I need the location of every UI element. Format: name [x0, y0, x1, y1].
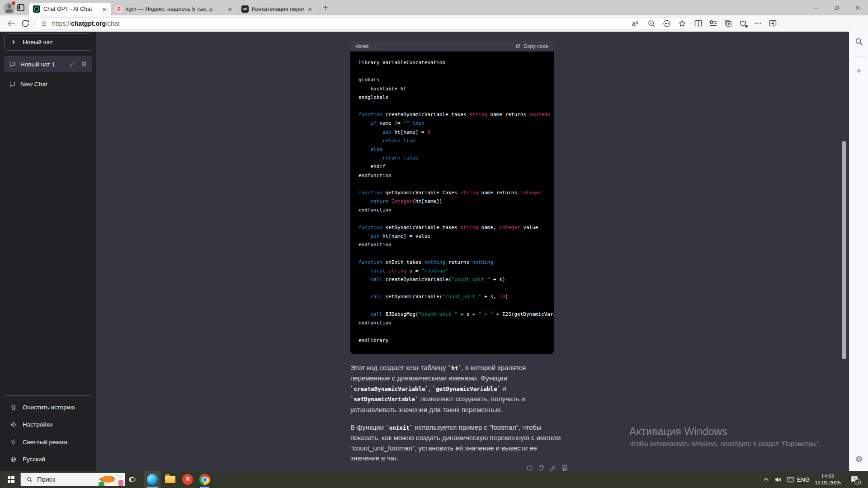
sidebar-footer: Очистить историюНастройкиСветлый режимРу… [0, 395, 96, 468]
browser-tab[interactable]: Chat GPT - AI Chat× [29, 3, 111, 15]
edit-chat-icon[interactable] [69, 61, 75, 67]
chat-sidebar: Новый чат Новый чат 1New Chat Очистить и… [0, 32, 96, 471]
scrollbar-thumb[interactable] [842, 141, 846, 359]
keyboard-icon[interactable] [786, 475, 795, 484]
profile-avatar[interactable] [4, 2, 15, 14]
browser-tab[interactable]: xgm — Яндекс: нашлось 5 тыс. р× [111, 3, 237, 15]
copy-message-icon[interactable] [538, 465, 545, 471]
globe-icon [10, 456, 17, 463]
code-line: set ht[name] = value [359, 232, 554, 240]
reader-dots-icon[interactable] [662, 19, 671, 28]
tab-title: Chat GPT - AI Chat [43, 6, 98, 12]
sidebar-footer-item[interactable]: Настройки [0, 416, 96, 434]
add-panel-icon[interactable] [855, 67, 863, 75]
close-button[interactable] [847, 0, 868, 15]
notification-center-icon[interactable]: 3 [850, 475, 859, 484]
split-screen-icon[interactable] [693, 19, 703, 28]
windows-logo-icon [8, 476, 14, 483]
tab-title: Конкатенация переменной и стр [252, 6, 304, 12]
url-scheme: https:// [52, 20, 71, 27]
browser-essentials-icon[interactable] [738, 19, 748, 28]
chat-bubble-icon [9, 81, 16, 88]
code-line: call setDynamicVariable("count_unit_" + … [359, 292, 554, 301]
tab-close-icon[interactable]: × [227, 6, 233, 13]
tab-title: xgm — Яндекс: нашлось 5 тыс. р [126, 6, 224, 12]
back-icon[interactable] [6, 19, 16, 28]
task-view-icon[interactable] [128, 475, 137, 484]
trash-icon [10, 404, 17, 411]
screen: Chat GPT - AI Chat×xgm — Яндекс: нашлось… [0, 0, 868, 488]
sidebar-footer-item[interactable]: Светлый режим [0, 433, 96, 451]
code-line [359, 327, 554, 336]
code-line [359, 180, 554, 188]
essentials-status-dot [745, 24, 748, 28]
clock[interactable]: 14:02 12.01.2025 [814, 473, 842, 486]
footer-item-label: Светлый режим [23, 439, 67, 446]
workspaces-icon[interactable] [17, 4, 24, 11]
tab-close-icon[interactable]: × [101, 6, 107, 13]
more-options-icon[interactable] [753, 19, 763, 28]
settings-gear-icon[interactable] [854, 455, 863, 464]
delete-chat-icon[interactable] [81, 61, 87, 67]
yandex-browser-icon[interactable] [182, 474, 193, 485]
regenerate-icon[interactable] [526, 465, 533, 471]
watermark-subtitle: Чтобы активировать Windows, перейдите в … [629, 440, 821, 447]
collections-icon[interactable] [723, 19, 733, 28]
new-chat-label: Новый чат [23, 39, 52, 46]
sidebar-footer-item[interactable]: Очистить историю [0, 399, 96, 416]
new-chat-button[interactable]: Новый чат [4, 33, 92, 51]
code-line [359, 249, 554, 258]
xgm-favicon [241, 5, 249, 13]
taskbar-search[interactable]: Поиск [20, 473, 125, 486]
edge-taskbar-icon[interactable] [147, 474, 158, 485]
translate-icon[interactable] [630, 20, 641, 27]
assistant-message: Этот код создает хеш-таблицу `ht`, в кот… [350, 363, 563, 471]
restore-button[interactable] [826, 0, 847, 15]
code-line: endif [359, 162, 554, 171]
sidebar-toggle-icon[interactable] [768, 19, 778, 28]
minimize-button[interactable] [806, 0, 826, 15]
code-line: function setDynamicVariable takes string… [359, 223, 554, 232]
copy-code-label: Copy code [524, 43, 548, 49]
language-indicator[interactable]: ENG [797, 476, 810, 483]
chrome-icon[interactable] [199, 474, 210, 485]
file-explorer-icon[interactable] [165, 476, 175, 483]
new-tab-button[interactable] [322, 4, 329, 11]
code-line: endglobals [359, 93, 554, 102]
search-icon[interactable] [854, 37, 863, 46]
sidebar-footer-item[interactable]: Русский [0, 451, 96, 469]
code-line: hashtable ht [359, 84, 554, 93]
edit-message-icon[interactable] [549, 465, 557, 471]
plus-icon [10, 39, 17, 45]
search-placeholder: Поиск [37, 476, 97, 483]
zoom-out-icon[interactable] [647, 19, 656, 28]
refresh-icon[interactable] [20, 19, 30, 28]
code-line [359, 215, 554, 223]
browser-tab[interactable]: Конкатенация переменной и стр× [237, 3, 317, 15]
message-paragraph: В функции `onInit` используется пример с… [350, 422, 563, 464]
favorite-star-icon[interactable] [678, 19, 687, 28]
address-bar[interactable]: https://chatgpt.org/chat [35, 17, 692, 30]
speaker-icon[interactable] [774, 475, 783, 484]
panel-divider [852, 56, 866, 56]
notification-dot-icon [12, 1, 15, 5]
code-line: local string s = "footman" [359, 267, 554, 275]
footer-item-label: Настройки [23, 421, 52, 428]
lock-icon[interactable] [41, 20, 47, 27]
start-button[interactable] [0, 471, 22, 488]
tab-close-icon[interactable]: × [307, 6, 313, 13]
print-message-icon[interactable] [561, 465, 568, 471]
code-line: library VariableConcatenation [359, 58, 554, 67]
code-language-label: vbnet [356, 43, 368, 49]
copy-code-button[interactable]: Copy code [515, 43, 548, 49]
inline-code: `setDynamicVariable` [350, 396, 419, 403]
sidebar-chat-item[interactable]: Новый чат 1 [4, 56, 92, 72]
sun-icon [10, 439, 17, 446]
sidebar-chat-item[interactable]: New Chat [4, 76, 92, 92]
code-line: globals [359, 75, 554, 84]
code-line: endfunction [359, 240, 554, 249]
browser-content: Новый чат Новый чат 1New Chat Очистить и… [0, 32, 868, 471]
chevron-up-icon[interactable] [762, 475, 770, 484]
favorites-bar-icon[interactable] [708, 19, 718, 28]
sidebar-divider [4, 395, 92, 396]
